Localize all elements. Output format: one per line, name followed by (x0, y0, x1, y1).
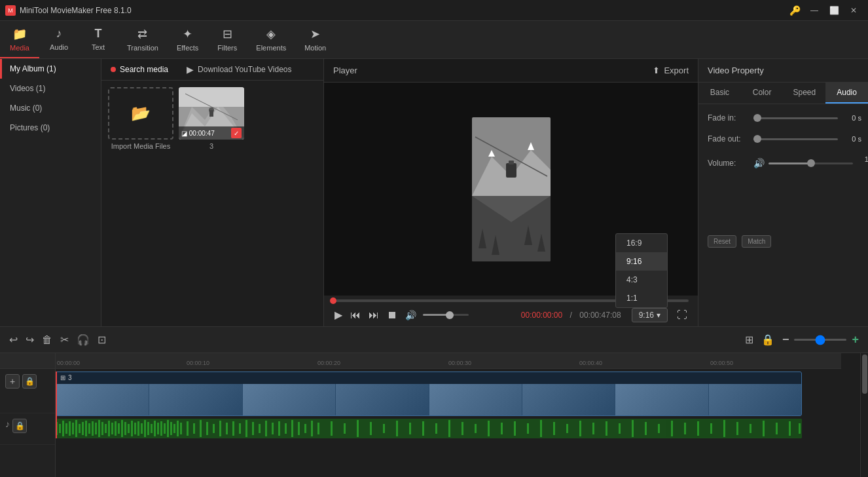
minimize-icon: — (810, 6, 818, 15)
fade-out-row: Fade out: 0 s (708, 134, 859, 143)
effects-icon: ✦ (183, 27, 192, 41)
pictures-label: Pictures (0) (10, 123, 50, 132)
lock-track-button[interactable]: 🔒 (22, 374, 37, 389)
toolbar-audio[interactable]: ♪ Audio (39, 21, 79, 58)
svg-rect-99 (540, 420, 542, 437)
download-youtube-tab[interactable]: ▶ Download YouTube Videos (177, 59, 300, 80)
ruler-mark-10: 00:00:10 (187, 360, 209, 366)
split-button[interactable]: ⊞ (742, 331, 756, 349)
toolbar-motion[interactable]: ➤ Motion (295, 21, 335, 58)
svg-rect-103 (592, 423, 594, 434)
volume-button[interactable]: 🔊 (404, 309, 418, 322)
fullscreen-button[interactable]: ⛶ (676, 308, 689, 322)
clip-overlay: ◪ 00:00:47 ✓ (179, 126, 244, 140)
cut-button[interactable]: ✂ (58, 331, 71, 349)
svg-rect-76 (278, 421, 280, 436)
toolbar-effects[interactable]: ✦ Effects (168, 21, 208, 58)
svg-rect-81 (311, 421, 313, 436)
svg-rect-79 (298, 422, 300, 435)
ruler-mark-20: 00:00:20 (317, 360, 340, 366)
svg-rect-118 (789, 421, 791, 436)
tab-audio[interactable]: Audio (825, 83, 868, 104)
volume-slider-wrap: 🔊 100 % (753, 155, 868, 171)
minimize-button[interactable]: — (805, 3, 823, 18)
svg-rect-95 (488, 421, 490, 436)
svg-rect-35 (95, 423, 97, 434)
timeline-main[interactable]: 00:00:00 00:00:10 00:00:20 00:00:30 00:0… (56, 353, 860, 477)
transition-icon: ⇄ (137, 27, 147, 41)
tab-basic[interactable]: Basic (698, 83, 741, 104)
sidebar-item-videos[interactable]: Videos (1) (0, 79, 101, 98)
prev-frame-button[interactable]: ⏮ (349, 308, 362, 322)
add-track-button[interactable]: + (5, 374, 20, 389)
aspect-option-4-3[interactable]: 4:3 (616, 271, 667, 289)
toolbar-elements[interactable]: ◈ Elements (247, 21, 295, 58)
fade-out-label: Fade out: (708, 134, 753, 143)
export-icon: ⬆ (653, 66, 660, 75)
aspect-option-1-1[interactable]: 1:1 (616, 289, 667, 307)
fade-in-slider[interactable] (753, 117, 838, 119)
toolbar-transition[interactable]: ⇄ Transition (118, 21, 168, 58)
crop-button[interactable]: ⊡ (95, 331, 109, 349)
zoom-in-button[interactable]: + (849, 330, 861, 349)
match-button[interactable]: Match (742, 235, 771, 248)
track-controls-1: + 🔒 (0, 369, 55, 413)
key-button[interactable]: 🔑 (786, 3, 804, 18)
aspect-ratio-button[interactable]: 9:16 ▾ (632, 308, 668, 322)
svg-rect-106 (632, 420, 634, 437)
svg-rect-78 (291, 420, 293, 437)
redo-button[interactable]: ↪ (23, 331, 37, 349)
media-clip-1[interactable]: ◪ 00:00:47 ✓ (179, 87, 244, 140)
svg-rect-87 (383, 424, 385, 433)
svg-rect-38 (105, 424, 107, 433)
detach-audio-button[interactable]: 🎧 (74, 331, 92, 349)
play-button[interactable]: ▶ (333, 307, 344, 322)
toolbar-filters[interactable]: ⊟ Filters (208, 21, 247, 58)
svg-rect-41 (115, 421, 117, 436)
elements-icon: ◈ (266, 27, 276, 41)
waveform-svg (56, 419, 802, 438)
svg-rect-50 (144, 420, 146, 437)
export-button[interactable]: ⬆ Export (653, 66, 689, 75)
lock-audio-button[interactable]: 🔒 (12, 419, 27, 433)
toolbar-text[interactable]: T Text (79, 21, 118, 58)
sidebar-item-music[interactable]: Music (0) (0, 98, 101, 118)
thumb-4 (336, 384, 429, 415)
sidebar-item-pictures[interactable]: Pictures (0) (0, 118, 101, 138)
tab-color[interactable]: Color (741, 83, 784, 104)
svg-rect-91 (435, 423, 437, 434)
sidebar-item-my-album[interactable]: My Album (1) (0, 59, 101, 79)
next-frame-button[interactable]: ⏭ (367, 308, 380, 322)
import-media-button[interactable]: 📂 (108, 87, 173, 140)
ruler-mark-0: 00:00:00 (57, 360, 80, 366)
video-clip[interactable]: ⊞ 3 (56, 372, 802, 416)
svg-rect-85 (357, 420, 359, 437)
svg-rect-100 (553, 422, 555, 435)
zoom-out-button[interactable]: − (780, 330, 792, 349)
key-icon: 🔑 (789, 5, 801, 16)
volume-property-slider[interactable] (769, 162, 853, 164)
tab-speed[interactable]: Speed (784, 83, 826, 104)
delete-button[interactable]: 🗑 (39, 331, 55, 349)
audio-waveform (56, 419, 802, 438)
fade-out-slider[interactable] (753, 138, 838, 140)
close-button[interactable]: ✕ (844, 3, 863, 18)
maximize-button[interactable]: ⬜ (825, 3, 843, 18)
aspect-option-9-16[interactable]: 9:16 (616, 252, 667, 271)
svg-rect-48 (137, 421, 139, 436)
lock-button[interactable]: 🔒 (759, 331, 777, 349)
toolbar-media[interactable]: 📁 Media (0, 21, 39, 58)
stop-button[interactable]: ⏹ (386, 308, 399, 322)
undo-button[interactable]: ↩ (7, 331, 20, 349)
aspect-option-16-9[interactable]: 16:9 (616, 234, 667, 252)
svg-rect-67 (219, 421, 221, 436)
reset-button[interactable]: Reset (708, 235, 736, 248)
scrollbar-thumb[interactable] (862, 354, 867, 394)
seekbar-thumb (330, 297, 336, 304)
svg-rect-83 (331, 421, 333, 436)
volume-slider[interactable] (423, 314, 469, 316)
download-youtube-label: Download YouTube Videos (198, 65, 291, 74)
search-media-tab[interactable]: Search media (101, 59, 177, 80)
export-label: Export (664, 66, 689, 75)
zoom-slider[interactable] (794, 339, 846, 341)
